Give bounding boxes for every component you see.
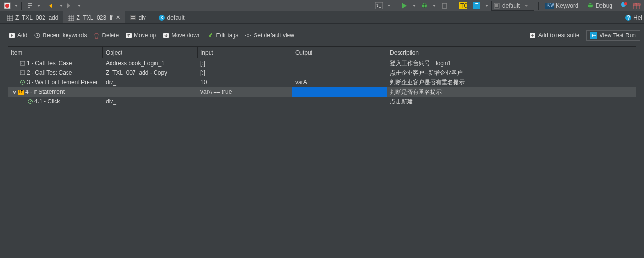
step-item-label: 4 - If Statement — [25, 89, 65, 95]
add-step-label: Add — [17, 32, 27, 39]
editor-tab[interactable]: Z_TXL_002_add — [2, 11, 63, 23]
gift-icon[interactable] — [632, 1, 642, 11]
move-down-button[interactable]: Move down — [163, 32, 200, 39]
svg-rect-10 — [495, 4, 498, 7]
svg-rect-2 — [375, 2, 383, 9]
grid-row[interactable]: 1 - Call Test CaseAddress book_Login_1[:… — [8, 58, 636, 68]
tab-label: Z_TXL_023_If — [76, 14, 112, 21]
keyword-perspective-button[interactable]: KW Keyword — [543, 1, 581, 11]
nav-back-dropdown-icon[interactable] — [59, 1, 63, 11]
cell-output — [292, 87, 387, 97]
plus-box-icon — [530, 33, 536, 39]
grid-header-row: Item Object Input Output Description — [8, 47, 636, 58]
cell-description: 点击新建 — [387, 97, 636, 106]
cell-object — [103, 87, 198, 97]
move-up-button[interactable]: Move up — [125, 32, 156, 39]
help-button[interactable]: ? Hel — [623, 11, 644, 24]
nav-forward-icon[interactable] — [65, 1, 76, 11]
align-icon[interactable] — [24, 1, 35, 11]
svg-rect-19 — [130, 15, 136, 20]
t-icon[interactable]: T — [471, 1, 482, 11]
debug-perspective-label: Debug — [596, 2, 612, 9]
cell-item: 3 - Wait For Element Preser — [8, 78, 103, 87]
svg-rect-4 — [442, 3, 447, 8]
column-header-description[interactable]: Description — [387, 47, 636, 58]
column-header-input[interactable]: Input — [198, 47, 292, 58]
cell-output — [292, 97, 387, 106]
step-type-icon — [27, 99, 33, 104]
debug-run-dropdown-icon[interactable] — [433, 1, 436, 11]
plus-icon — [9, 33, 15, 39]
record-icon[interactable] — [2, 1, 12, 11]
terminal-dropdown-icon[interactable] — [387, 1, 391, 11]
step-type-icon — [20, 60, 25, 66]
column-header-object[interactable]: Object — [103, 47, 198, 58]
grid-row[interactable]: 2 - Call Test CaseZ_TXL_007_add - Copy[:… — [8, 68, 636, 78]
profile-combo-label: default — [502, 2, 520, 9]
toolbar-separator — [21, 2, 22, 10]
run-dropdown-icon[interactable] — [412, 1, 416, 11]
app-top-toolbar: TC T default KW Keyword Debug — [0, 0, 644, 11]
cell-output — [292, 58, 387, 68]
cell-item: IF4 - If Statement — [8, 87, 103, 97]
editor-tab[interactable]: div_ — [125, 11, 154, 23]
keyword-perspective-label: Keyword — [556, 2, 578, 9]
cell-input: 10 — [198, 78, 292, 87]
profile-combo[interactable]: default — [491, 1, 534, 11]
move-up-label: Move up — [134, 32, 156, 39]
grid-row[interactable]: 4.1 - Clickdiv_点击新建 — [8, 97, 636, 106]
edit-tags-label: Edit tags — [216, 32, 239, 39]
debug-run-icon[interactable] — [419, 1, 430, 11]
grid-row[interactable]: IF4 - If StatementvarA == true判断是否有重名提示 — [8, 87, 636, 97]
add-step-button[interactable]: Add — [9, 32, 27, 39]
chevron-down-icon[interactable] — [12, 90, 17, 94]
cell-object: div_ — [103, 97, 198, 106]
tab-type-icon — [7, 14, 13, 21]
cell-object: Z_TXL_007_add - Copy — [103, 68, 198, 78]
terminal-icon[interactable] — [374, 1, 384, 11]
svg-rect-18 — [68, 15, 74, 21]
if-badge-icon: IF — [18, 90, 24, 95]
add-to-test-suite-label: Add to test suite — [538, 32, 579, 39]
stop-icon[interactable] — [439, 1, 450, 11]
edit-tags-button[interactable]: Edit tags — [208, 32, 239, 39]
svg-point-14 — [624, 2, 627, 5]
arrow-up-icon — [125, 33, 132, 39]
delete-step-button[interactable]: Delete — [93, 32, 119, 39]
trash-icon — [93, 33, 100, 39]
t-dropdown-icon[interactable] — [485, 1, 489, 11]
editor-main-panel: Add Recent keywords Delete Move up Move … — [0, 24, 644, 258]
cell-output: varA — [292, 78, 387, 87]
tips-icon[interactable] — [618, 1, 629, 11]
step-item-label: 1 - Call Test Case — [27, 60, 72, 67]
debug-perspective-button[interactable]: Debug — [584, 1, 615, 11]
svg-text:TC: TC — [460, 2, 467, 9]
nav-forward-dropdown-icon[interactable] — [78, 1, 81, 11]
step-item-label: 4.1 - Click — [34, 98, 60, 105]
nav-back-icon[interactable] — [47, 1, 57, 11]
grid-body: 1 - Call Test CaseAddress book_Login_1[:… — [8, 58, 636, 106]
add-to-test-suite-button[interactable]: Add to test suite — [530, 32, 579, 39]
recent-keywords-button[interactable]: Recent keywords — [34, 32, 87, 39]
grid-row[interactable]: 3 - Wait For Element Preserdiv_10varA判断企… — [8, 78, 636, 87]
set-default-view-button[interactable]: Set default view — [245, 32, 294, 39]
cell-item: 2 - Call Test Case — [8, 68, 103, 78]
cell-input: varA == true — [198, 87, 292, 97]
record-dropdown-icon[interactable] — [14, 1, 18, 11]
column-header-item[interactable]: Item — [8, 47, 103, 58]
editor-tab[interactable]: Z_TXL_023_If✕ — [63, 11, 125, 23]
svg-text:T: T — [475, 2, 479, 9]
editor-tab[interactable]: xdefault — [154, 11, 189, 23]
clock-icon — [34, 33, 40, 39]
top-toolbar-right-cluster: TC T default KW Keyword Debug — [374, 0, 644, 11]
editor-action-bar: Add Recent keywords Delete Move up Move … — [0, 28, 644, 43]
align-dropdown-icon[interactable] — [37, 1, 41, 11]
tc-icon[interactable]: TC — [458, 1, 468, 11]
run-icon[interactable] — [399, 1, 410, 11]
column-header-output[interactable]: Output — [292, 47, 387, 58]
toolbar-separator — [454, 2, 454, 10]
close-icon[interactable]: ✕ — [116, 14, 120, 21]
svg-point-38 — [30, 101, 31, 102]
cell-object: div_ — [103, 78, 198, 87]
view-test-run-button[interactable]: View Test Run — [586, 30, 640, 41]
